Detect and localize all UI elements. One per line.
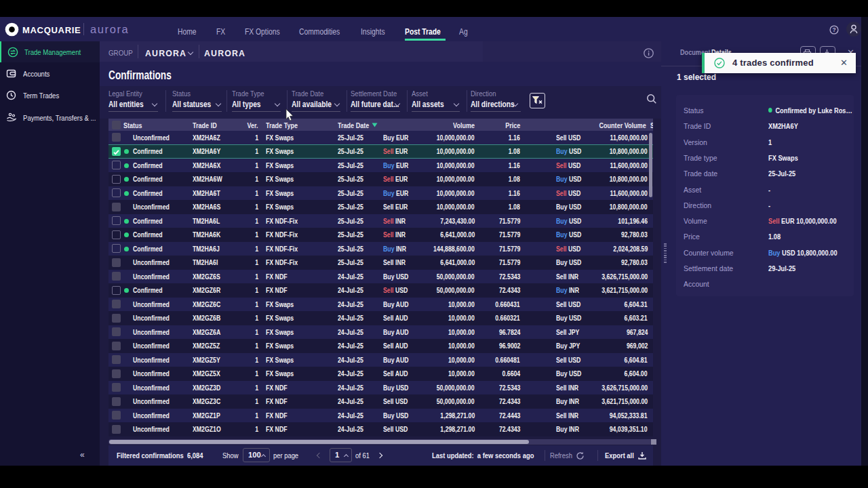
svg-text:?: ? <box>832 26 835 33</box>
